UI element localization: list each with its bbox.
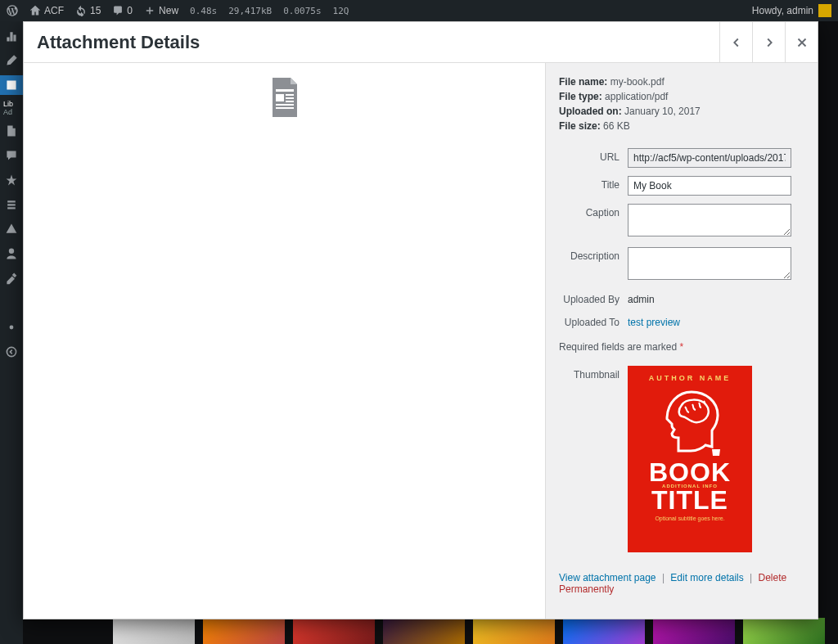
grid-thumb[interactable] [473,618,555,644]
svg-point-0 [10,326,14,330]
attachment-preview [24,63,546,619]
svg-rect-8 [276,107,294,109]
grid-thumb[interactable] [293,618,375,644]
view-attachment-link[interactable]: View attachment page [559,572,656,583]
edit-details-link[interactable]: Edit more details [670,572,743,583]
file-size: 66 KB [603,120,630,132]
menu-item[interactable] [0,195,23,214]
thumb-author: AUTHOR NAME [634,374,746,382]
admin-menu: Lib Ad [0,21,23,644]
svg-rect-7 [276,104,294,106]
avatar [818,4,831,17]
svg-point-1 [7,347,16,356]
uploaded-to-label: Uploaded To [546,313,628,328]
menu-pages[interactable] [0,121,23,141]
svg-rect-5 [286,97,294,99]
debug-mem: 29,417kB [225,0,275,21]
new-label: New [159,5,178,16]
menu-dashboard[interactable] [0,26,23,46]
grid-thumb[interactable] [203,618,285,644]
uploaded-by: admin [628,290,804,305]
menu-item[interactable] [0,317,23,337]
updates-count: 15 [90,5,101,16]
attachment-details-modal: Attachment Details [23,21,818,619]
menu-settings[interactable] [0,293,23,313]
modal-title: Attachment Details [24,32,719,53]
thumbnail-label: Thumbnail [546,366,628,381]
caption-label: Caption [546,204,628,218]
site-home-link[interactable]: ACF [26,0,67,21]
document-icon [268,78,301,117]
uploaded-on: January 10, 2017 [624,106,701,117]
file-name: my-book.pdf [610,76,665,88]
menu-collapse[interactable] [0,342,23,362]
comments-link[interactable]: 0 [109,0,136,21]
caption-field[interactable] [628,204,791,236]
uploaded-to-link[interactable]: test preview [628,317,680,328]
thumb-illustration [649,387,731,457]
url-field[interactable] [628,148,791,168]
menu-users[interactable] [0,244,23,263]
description-label: Description [546,247,628,262]
menu-item[interactable] [0,170,23,190]
admin-bar: ACF 15 0 New 0.48s 29,417kB 0.0075s 12Q … [0,0,838,21]
debug-queries: 12Q [330,0,353,21]
thumb-subtitle: Optional subtitle goes here. [634,516,746,521]
debug-time: 0.48s [187,0,220,21]
svg-rect-6 [286,101,294,102]
comments-count: 0 [127,5,133,16]
menu-tools[interactable] [0,268,23,288]
prev-button[interactable] [719,22,752,63]
thumb-word-book: BOOK [634,461,746,484]
next-button[interactable] [752,22,785,63]
description-field[interactable] [628,247,791,280]
media-grid-peek [113,618,838,644]
grid-thumb[interactable] [563,618,645,644]
menu-posts[interactable] [0,51,23,70]
svg-rect-3 [276,94,284,101]
svg-rect-2 [276,89,294,92]
grid-thumb[interactable] [113,618,195,644]
title-field[interactable] [628,176,791,196]
grid-thumb[interactable] [383,618,465,644]
howdy-account[interactable]: Howdy, admin [752,4,831,17]
grid-thumb[interactable] [653,618,735,644]
uploaded-by-label: Uploaded By [546,290,628,305]
title-label: Title [546,176,628,191]
grid-thumb[interactable] [743,618,825,644]
attachment-details-sidebar: File name: my-book.pdf File type: applic… [546,63,818,619]
url-label: URL [546,148,628,163]
updates-link[interactable]: 15 [72,0,104,21]
attachment-actions: View attachment page | Edit more details… [546,561,818,595]
menu-media[interactable] [0,75,23,95]
file-type: application/pdf [605,91,668,102]
debug-sql: 0.0075s [280,0,324,21]
attachment-meta: File name: my-book.pdf File type: applic… [546,63,818,142]
menu-comments[interactable] [0,146,23,165]
thumb-word-title: TITLE [634,489,746,512]
attachment-settings: URL Title Caption Description Uploaded B… [546,142,818,328]
menu-media-labels: Lib Ad [0,100,23,116]
modal-header: Attachment Details [24,22,818,63]
menu-appearance[interactable] [0,219,23,239]
wp-logo[interactable] [3,0,21,21]
site-name: ACF [44,5,64,16]
close-button[interactable] [785,22,818,63]
new-content-link[interactable]: New [141,0,182,21]
howdy-text: Howdy, admin [752,5,813,16]
svg-rect-4 [286,94,294,96]
thumbnail-image[interactable]: AUTHOR NAME BOOK [628,366,752,552]
required-fields-note: Required fields are marked * [546,336,818,359]
